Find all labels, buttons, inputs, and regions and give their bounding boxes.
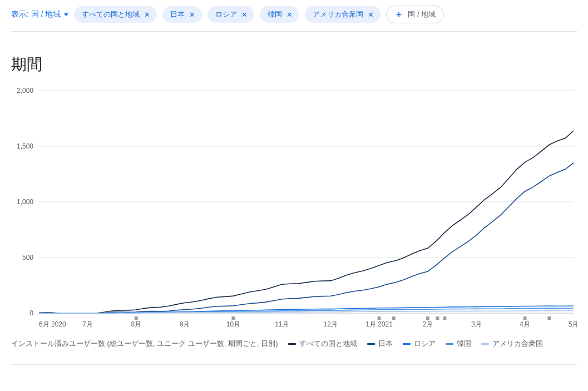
legend-swatch — [288, 343, 296, 345]
svg-text:7月: 7月 — [82, 320, 93, 328]
add-region-button[interactable]: ＋ 国 / 地域 — [386, 6, 444, 23]
plus-icon: ＋ — [394, 10, 403, 19]
filter-chip[interactable]: ロシア✕ — [207, 6, 254, 23]
legend-item: ロシア — [403, 339, 436, 349]
series-line — [39, 163, 574, 313]
close-icon[interactable]: ✕ — [143, 11, 151, 18]
filter-chip[interactable]: アメリカ合衆国✕ — [305, 6, 381, 23]
legend-label: すべての国と地域 — [299, 339, 357, 349]
filter-label[interactable]: 表示: 国 / 地域 — [11, 9, 68, 19]
chip-label: アメリカ合衆国 — [313, 9, 363, 19]
legend-item: 日本 — [367, 339, 393, 349]
filter-chip[interactable]: 日本✕ — [162, 6, 202, 23]
legend-label: アメリカ合衆国 — [492, 339, 543, 349]
svg-text:3月: 3月 — [471, 320, 482, 328]
svg-text:11月: 11月 — [275, 320, 289, 328]
svg-text:0: 0 — [29, 309, 33, 317]
series-line — [39, 131, 574, 313]
svg-text:4月: 4月 — [520, 320, 530, 328]
svg-text:8月: 8月 — [131, 320, 141, 328]
event-marker — [436, 316, 439, 320]
legend-item: アメリカ合衆国 — [481, 339, 543, 349]
close-icon[interactable]: ✕ — [367, 11, 375, 18]
chip-label: 韓国 — [268, 9, 282, 19]
chart-svg: 05001,0001,5002,0006月 20207月8月9月10月11月12… — [11, 85, 577, 330]
event-marker — [135, 316, 138, 320]
add-region-label: 国 / 地域 — [408, 9, 436, 19]
svg-text:12月: 12月 — [324, 320, 338, 328]
filter-row: 表示: 国 / 地域 すべての国と地域✕日本✕ロシア✕韓国✕アメリカ合衆国✕ ＋… — [11, 6, 577, 32]
legend-swatch — [446, 343, 453, 345]
legend-swatch — [403, 343, 411, 345]
svg-text:5月: 5月 — [569, 320, 577, 328]
filter-label-text: 表示: 国 / 地域 — [11, 9, 61, 19]
legend-prefix: インストール済みユーザー数 (総ユーザー数, ユニーク ユーザー数, 期間ごと,… — [11, 339, 278, 349]
chip-label: ロシア — [215, 9, 237, 19]
event-marker — [443, 316, 446, 320]
caret-down-icon — [64, 13, 68, 16]
legend-swatch — [367, 343, 375, 345]
grid: 05001,0001,5002,000 — [17, 87, 574, 317]
legend-item: すべての国と地域 — [288, 339, 357, 349]
legend-label: 韓国 — [457, 339, 471, 349]
event-marker — [392, 316, 396, 320]
legend-swatch — [481, 343, 489, 345]
svg-text:1,500: 1,500 — [17, 142, 33, 150]
event-marker — [547, 316, 551, 320]
page-title: 期間 — [11, 54, 577, 75]
event-marker — [378, 316, 381, 320]
close-icon[interactable]: ✕ — [240, 11, 249, 18]
legend: インストール済みユーザー数 (総ユーザー数, ユニーク ユーザー数, 期間ごと,… — [11, 339, 577, 349]
chart: 05001,0001,5002,0006月 20207月8月9月10月11月12… — [11, 85, 577, 330]
chip-label: 日本 — [170, 9, 185, 19]
legend-item: 韓国 — [446, 339, 471, 349]
event-marker — [231, 316, 235, 320]
close-icon[interactable]: ✕ — [188, 11, 196, 18]
svg-text:2,000: 2,000 — [17, 87, 33, 95]
close-icon[interactable]: ✕ — [285, 11, 294, 18]
svg-text:2月: 2月 — [423, 320, 433, 328]
legend-label: ロシア — [414, 339, 436, 349]
event-marker — [426, 316, 429, 320]
svg-text:500: 500 — [22, 254, 33, 261]
filter-chip[interactable]: 韓国✕ — [260, 6, 299, 23]
svg-text:1,000: 1,000 — [17, 198, 33, 206]
event-marker — [523, 316, 527, 320]
chip-label: すべての国と地域 — [82, 9, 140, 19]
filter-chip[interactable]: すべての国と地域✕ — [74, 6, 157, 23]
svg-text:6月 2020: 6月 2020 — [39, 320, 66, 328]
svg-text:1月 2021: 1月 2021 — [365, 320, 393, 328]
legend-label: 日本 — [378, 339, 393, 349]
svg-text:9月: 9月 — [180, 320, 190, 328]
svg-text:10月: 10月 — [226, 320, 240, 328]
divider — [11, 364, 577, 365]
